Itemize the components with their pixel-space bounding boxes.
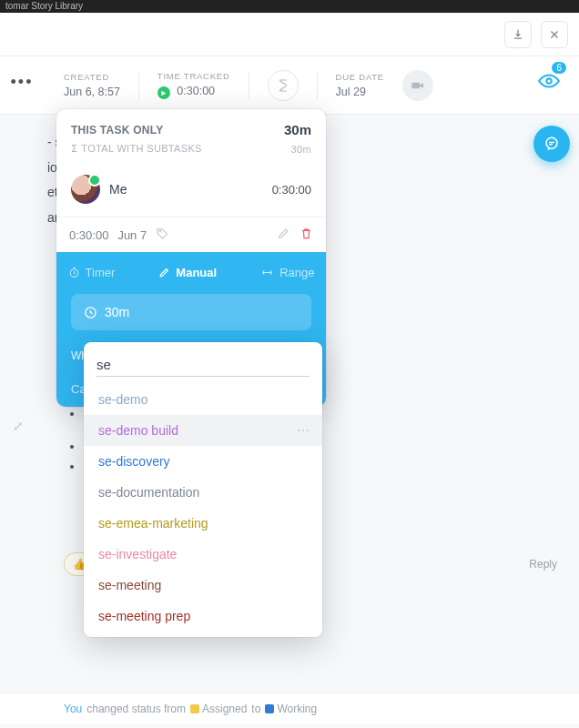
tag-icon[interactable] bbox=[156, 227, 169, 243]
left-gutter: ••• ⤢ bbox=[4, 73, 40, 92]
estimate-icon[interactable] bbox=[268, 70, 299, 101]
window-topbar bbox=[0, 13, 579, 56]
tag-option[interactable]: se-demo build bbox=[84, 415, 322, 446]
window-titlebar: tomar Story Library bbox=[0, 0, 579, 13]
subtasks-value: 30m bbox=[291, 144, 311, 155]
reply-link[interactable]: Reply bbox=[529, 556, 557, 573]
tag-option[interactable]: se-discovery bbox=[84, 446, 322, 477]
delete-icon[interactable] bbox=[300, 227, 313, 243]
duration-input[interactable]: 30m bbox=[71, 294, 311, 330]
tracked-label: TIME TRACKED bbox=[157, 71, 230, 81]
tag-option[interactable]: se-documentation bbox=[84, 477, 322, 508]
this-task-value: 30m bbox=[284, 122, 311, 137]
entry-date: Jun 7 bbox=[117, 228, 147, 242]
divider bbox=[138, 72, 139, 99]
play-icon[interactable] bbox=[157, 86, 170, 99]
activity-actor: You bbox=[64, 703, 82, 715]
entry-duration: 0:30:00 bbox=[69, 228, 108, 242]
status-badge-to bbox=[265, 704, 274, 713]
video-icon[interactable] bbox=[402, 70, 433, 101]
due-value: Jul 29 bbox=[336, 86, 384, 98]
close-button[interactable] bbox=[541, 21, 568, 48]
download-button[interactable] bbox=[504, 21, 532, 48]
this-task-label: THIS TASK ONLY bbox=[71, 124, 163, 136]
tag-option[interactable]: se-emea-marketing bbox=[84, 508, 322, 539]
created-field: CREATED Jun 6, 8:57 bbox=[64, 72, 120, 98]
subtasks-label: TOTAL WITH SUBTASKS bbox=[81, 143, 201, 154]
edit-icon[interactable] bbox=[277, 227, 290, 243]
svg-point-1 bbox=[546, 78, 551, 83]
avatar bbox=[71, 175, 100, 204]
watchers-count: 6 bbox=[552, 62, 566, 74]
user-duration: 0:30:00 bbox=[272, 183, 311, 197]
tag-option[interactable]: se-meeting prep bbox=[84, 601, 322, 632]
tag-option[interactable]: se-investigate bbox=[84, 539, 322, 570]
watchers-indicator[interactable]: 6 bbox=[537, 69, 561, 93]
status-badge-from bbox=[190, 704, 199, 713]
created-value: Jun 6, 8:57 bbox=[64, 86, 120, 98]
user-time-row[interactable]: Me 0:30:00 bbox=[56, 166, 326, 217]
divider bbox=[317, 72, 318, 99]
tag-search-dropdown: se-demose-demo buildse-discoveryse-docum… bbox=[84, 342, 322, 637]
activity-log-entry: You changed status from Assigned to Work… bbox=[0, 693, 579, 724]
due-field[interactable]: DUE DATE Jul 29 bbox=[336, 72, 384, 98]
user-name: Me bbox=[109, 182, 263, 197]
task-meta-bar: CREATED Jun 6, 8:57 TIME TRACKED 0:30:00… bbox=[0, 56, 579, 115]
tracked-value: 0:30:00 bbox=[157, 85, 230, 100]
tag-search-input[interactable] bbox=[96, 353, 310, 377]
tracked-field[interactable]: TIME TRACKED 0:30:00 bbox=[157, 71, 230, 100]
tab-timer[interactable]: Timer bbox=[68, 266, 116, 279]
more-menu-icon[interactable]: ••• bbox=[4, 73, 40, 92]
divider bbox=[249, 72, 249, 99]
tab-manual[interactable]: Manual bbox=[158, 266, 217, 279]
time-entry-row: 0:30:00 Jun 7 bbox=[56, 217, 326, 252]
tag-option[interactable]: se-demo bbox=[84, 384, 322, 415]
tab-range[interactable]: Range bbox=[260, 266, 314, 279]
tag-option[interactable]: se-meeting bbox=[84, 570, 322, 601]
svg-rect-0 bbox=[411, 82, 420, 88]
created-label: CREATED bbox=[64, 72, 120, 82]
svg-point-3 bbox=[159, 230, 161, 232]
due-label: DUE DATE bbox=[336, 72, 384, 82]
